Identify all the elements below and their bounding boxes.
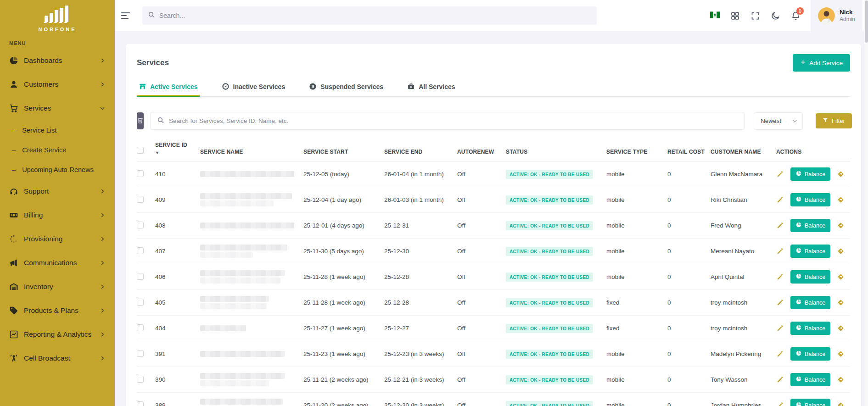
topup-diamond-icon[interactable] bbox=[837, 401, 845, 406]
balance-button[interactable]: Balance bbox=[790, 296, 830, 309]
row-checkbox[interactable] bbox=[137, 247, 144, 254]
balance-button[interactable]: Balance bbox=[790, 347, 830, 361]
row-checkbox[interactable] bbox=[137, 196, 144, 203]
sidebar-item-reporting-analytics[interactable]: Reporting & Analytics bbox=[0, 323, 115, 346]
row-checkbox[interactable] bbox=[137, 350, 144, 357]
brand-logo-icon bbox=[43, 6, 72, 26]
row-checkbox[interactable] bbox=[137, 401, 144, 406]
user-menu[interactable]: Nick Admin bbox=[811, 0, 862, 31]
edit-pencil-icon[interactable] bbox=[776, 170, 784, 178]
megaphone-icon bbox=[9, 258, 18, 267]
topup-diamond-icon[interactable] bbox=[837, 273, 845, 281]
language-flag-button[interactable] bbox=[705, 6, 725, 26]
services-search bbox=[150, 112, 745, 130]
filter-button[interactable]: Filter bbox=[816, 113, 852, 128]
service-end-cell: 25-12-21 (in 3 weeks) bbox=[384, 376, 457, 383]
edit-pencil-icon[interactable] bbox=[776, 401, 784, 406]
balance-button[interactable]: Balance bbox=[790, 399, 830, 406]
add-service-button[interactable]: Add Service bbox=[793, 54, 850, 72]
topup-diamond-icon[interactable] bbox=[837, 376, 845, 384]
notifications-bell-icon[interactable]: 0 bbox=[786, 6, 806, 26]
table-row: 39125-11-23 (1 week ago)25-12-23 (in 3 w… bbox=[137, 341, 850, 367]
table-row: 40725-11-30 (5 days ago)25-12-30OffACTIV… bbox=[137, 239, 850, 264]
redaction-block bbox=[200, 373, 285, 379]
row-checkbox[interactable] bbox=[137, 324, 144, 331]
row-select-cell bbox=[137, 299, 155, 307]
topup-diamond-icon[interactable] bbox=[837, 247, 845, 255]
topup-diamond-icon[interactable] bbox=[837, 350, 845, 358]
sidebar-item-services[interactable]: Services bbox=[0, 96, 115, 120]
sort-desc-icon[interactable]: ▼ bbox=[155, 150, 196, 155]
topup-diamond-icon[interactable] bbox=[837, 299, 845, 306]
edit-pencil-icon[interactable] bbox=[776, 299, 784, 306]
status-cell: ACTIVE: OK - READY TO BE USED bbox=[506, 350, 606, 359]
table-row: 41025-12-05 (today)26-01-04 (in 1 month)… bbox=[137, 161, 850, 187]
edit-pencil-icon[interactable] bbox=[776, 222, 784, 229]
balance-button[interactable]: Balance bbox=[790, 245, 830, 258]
pie-icon bbox=[795, 247, 802, 255]
tab-inactive-services[interactable]: Inactive Services bbox=[220, 83, 287, 96]
row-checkbox[interactable] bbox=[137, 222, 144, 228]
scrollbar-thumb[interactable] bbox=[865, 0, 868, 43]
column-header-label: STATUS bbox=[506, 149, 527, 155]
edit-pencil-icon[interactable] bbox=[776, 324, 784, 332]
search-input[interactable] bbox=[159, 12, 591, 19]
brand-logo[interactable]: NORFONE bbox=[0, 0, 115, 33]
service-start-cell: 25-12-05 (today) bbox=[303, 171, 384, 178]
sidebar-item-cell-broadcast[interactable]: Cell Broadcast bbox=[0, 346, 115, 370]
fullscreen-icon[interactable] bbox=[745, 6, 766, 26]
search-icon bbox=[148, 11, 159, 20]
tab-active-services[interactable]: Active Services bbox=[137, 83, 200, 96]
tab-all-services[interactable]: All Services bbox=[405, 83, 457, 96]
sidebar-item-customers[interactable]: Customers bbox=[0, 72, 115, 96]
select-all-checkbox[interactable] bbox=[137, 147, 144, 154]
menu-label: MENU bbox=[0, 33, 115, 49]
delete-selected-button[interactable] bbox=[137, 112, 144, 129]
tab-suspended-services[interactable]: Suspended Services bbox=[307, 83, 385, 96]
topup-diamond-icon[interactable] bbox=[837, 324, 845, 332]
sidebar-item-provisioning[interactable]: Provisioning bbox=[0, 227, 115, 251]
row-checkbox[interactable] bbox=[137, 299, 144, 306]
dash-icon: – bbox=[12, 146, 16, 154]
balance-button[interactable]: Balance bbox=[790, 219, 830, 232]
sidebar-subitem-label: Upcoming Auto-Renews bbox=[22, 166, 94, 173]
sidebar-subitem-service-list[interactable]: –Service List bbox=[0, 120, 115, 140]
balance-button[interactable]: Balance bbox=[790, 322, 830, 335]
topup-diamond-icon[interactable] bbox=[837, 170, 845, 178]
sort-dropdown[interactable]: Newest bbox=[754, 112, 803, 130]
sidebar-item-inventory[interactable]: Inventory bbox=[0, 275, 115, 299]
row-checkbox[interactable] bbox=[137, 376, 144, 383]
status-badge: ACTIVE: OK - READY TO BE USED bbox=[506, 401, 593, 406]
hamburger-menu-icon[interactable] bbox=[121, 8, 137, 23]
sidebar-item-support[interactable]: Support bbox=[0, 179, 115, 203]
autorenew-cell: Off bbox=[457, 350, 506, 357]
apps-grid-icon[interactable] bbox=[725, 6, 745, 26]
service-end-cell: 25-12-30 bbox=[384, 248, 457, 255]
balance-button[interactable]: Balance bbox=[790, 193, 830, 206]
sidebar-subitem-create-service[interactable]: –Create Service bbox=[0, 140, 115, 160]
dark-mode-moon-icon[interactable] bbox=[766, 6, 786, 26]
edit-pencil-icon[interactable] bbox=[776, 247, 784, 255]
customer-name-cell: troy mcintosh bbox=[711, 299, 776, 306]
row-checkbox[interactable] bbox=[137, 170, 144, 177]
retail-cost-cell: 0 bbox=[667, 376, 711, 383]
services-search-input[interactable] bbox=[169, 117, 738, 124]
balance-button[interactable]: Balance bbox=[790, 167, 830, 181]
edit-pencil-icon[interactable] bbox=[776, 196, 784, 204]
topup-diamond-icon[interactable] bbox=[837, 222, 845, 229]
status-cell: ACTIVE: OK - READY TO BE USED bbox=[506, 298, 606, 307]
sidebar-item-dashboards[interactable]: Dashboards bbox=[0, 49, 115, 72]
edit-pencil-icon[interactable] bbox=[776, 273, 784, 281]
balance-button[interactable]: Balance bbox=[790, 270, 830, 284]
sidebar-item-products-plans[interactable]: Products & Plans bbox=[0, 299, 115, 323]
sidebar-subitem-upcoming-auto-renews[interactable]: –Upcoming Auto-Renews bbox=[0, 160, 115, 179]
service-name-redacted bbox=[200, 170, 303, 178]
edit-pencil-icon[interactable] bbox=[776, 350, 784, 358]
topup-diamond-icon[interactable] bbox=[837, 196, 845, 204]
balance-button[interactable]: Balance bbox=[790, 373, 830, 386]
edit-pencil-icon[interactable] bbox=[776, 376, 784, 384]
chevron-right-icon bbox=[99, 355, 106, 362]
sidebar-item-billing[interactable]: Billing bbox=[0, 203, 115, 227]
row-checkbox[interactable] bbox=[137, 273, 144, 280]
sidebar-item-communications[interactable]: Communications bbox=[0, 251, 115, 275]
